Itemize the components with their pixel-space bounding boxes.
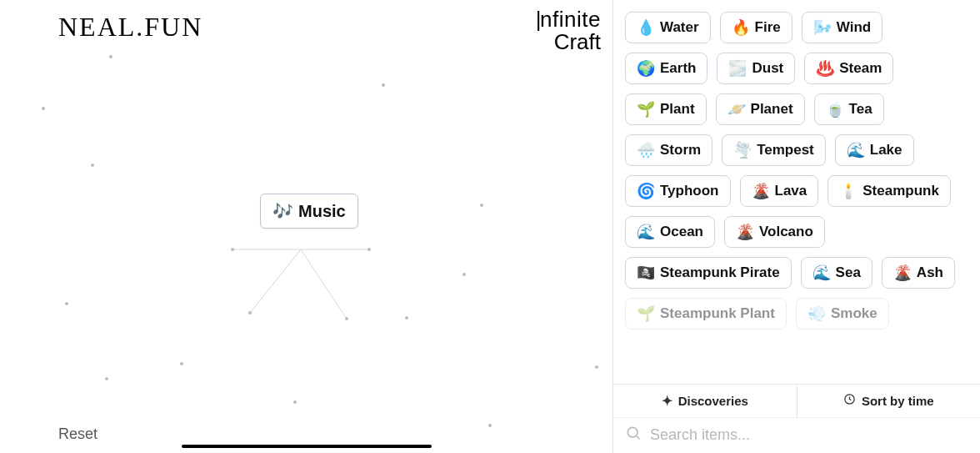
discoveries-button[interactable]: ✦ Discoveries (613, 385, 797, 417)
item-label: Ocean (660, 224, 703, 240)
inventory-item[interactable]: 🌍Earth (625, 53, 708, 84)
sort-button[interactable]: Sort by time (797, 385, 981, 417)
discoveries-label: Discoveries (678, 394, 748, 408)
search-icon (625, 425, 642, 445)
item-label: Dust (752, 60, 783, 77)
item-label: Tea (849, 101, 872, 118)
inventory-item[interactable]: 🏴‍☠️Steampunk Pirate (625, 257, 792, 289)
inventory-item[interactable]: 🌊Ocean (625, 216, 715, 248)
inventory-item[interactable]: 🔥Fire (720, 12, 792, 43)
item-label: Storm (660, 142, 701, 159)
background-dot (382, 83, 385, 87)
inventory-item[interactable]: 🌱Steampunk Plant (625, 298, 787, 330)
sidebar-tools: ✦ Discoveries Sort by time (613, 384, 980, 417)
item-label: Steampunk Plant (660, 305, 775, 322)
item-label: Sea (836, 264, 861, 281)
item-icon: 🌫️ (728, 59, 747, 78)
item-icon: 🌱 (637, 305, 655, 323)
item-label: Fire (755, 19, 781, 36)
inventory-item[interactable]: 🍵Tea (814, 93, 884, 125)
item-label: Earth (660, 60, 696, 77)
inventory-item[interactable]: 🌫️Dust (717, 53, 795, 84)
item-icon: 🌊 (812, 264, 831, 282)
sort-label: Sort by time (862, 394, 934, 408)
background-dot (368, 248, 371, 251)
game-title-line1: nfinite (536, 8, 601, 31)
inventory-item[interactable]: 🕯️Steampunk (828, 175, 951, 207)
item-icon: 🪐 (728, 100, 746, 118)
item-label: Lava (775, 183, 808, 199)
item-icon: 🌍 (637, 59, 655, 78)
reset-button[interactable]: Reset (58, 425, 98, 443)
background-dot (405, 316, 408, 320)
item-icon: 🌊 (637, 223, 655, 241)
inventory-item[interactable]: 🌱Plant (625, 93, 707, 125)
item-label: Volcano (759, 224, 813, 240)
site-logo[interactable]: NEAL.FUN (58, 12, 202, 43)
inventory-item[interactable]: 🌬️Wind (802, 12, 882, 43)
inventory-item[interactable]: 🌀Typhoon (625, 175, 731, 207)
background-dot (462, 273, 466, 276)
canvas-element-label: Music (298, 202, 346, 221)
svg-line-5 (637, 436, 640, 440)
item-label: Steampunk (862, 183, 939, 199)
item-icon: 🌧️ (637, 141, 655, 159)
inventory-item[interactable]: 🌧️Storm (625, 134, 712, 166)
inventory-item[interactable]: 💧Water (625, 12, 711, 43)
item-icon: 🍵 (826, 100, 844, 118)
sparkle-icon: ✦ (662, 393, 672, 409)
inventory-list: 💧Water🔥Fire🌬️Wind🌍Earth🌫️Dust♨️Steam🌱Pla… (625, 12, 970, 330)
item-icon: 💨 (808, 305, 826, 323)
inventory-item[interactable]: 🌋Lava (740, 175, 819, 207)
item-icon: 🏴‍☠️ (637, 264, 655, 282)
background-dot (42, 107, 45, 110)
inventory-sidebar: 💧Water🔥Fire🌬️Wind🌍Earth🌫️Dust♨️Steam🌱Pla… (612, 0, 980, 453)
background-dot (65, 302, 68, 305)
inventory-item[interactable]: ♨️Steam (804, 53, 893, 84)
inventory-item[interactable]: 💨Smoke (796, 298, 889, 330)
inventory-item[interactable]: 🌋Ash (882, 257, 955, 289)
background-dot (231, 248, 234, 251)
game-title: nfinite Craft (536, 8, 601, 54)
item-label: Steampunk Pirate (660, 264, 780, 281)
item-icon: 🌋 (752, 182, 770, 200)
inventory-item[interactable]: 🌋Volcano (724, 216, 825, 248)
item-label: Plant (660, 101, 695, 118)
item-icon: 🌋 (893, 264, 912, 282)
item-icon: 🔥 (732, 18, 750, 37)
item-label: Typhoon (660, 183, 719, 199)
craft-canvas[interactable]: NEAL.FUN nfinite Craft 🎶 Music Reset (0, 0, 612, 453)
item-label: Wind (837, 19, 871, 36)
background-dot (248, 311, 252, 315)
clock-icon (843, 393, 856, 409)
music-note-icon: 🎶 (272, 201, 293, 221)
item-icon: 🕯️ (839, 182, 858, 200)
inventory-scroll[interactable]: 💧Water🔥Fire🌬️Wind🌍Earth🌫️Dust♨️Steam🌱Pla… (613, 0, 980, 384)
background-dot (109, 55, 112, 58)
inventory-item[interactable]: 🌪️Tempest (722, 134, 826, 166)
svg-point-4 (628, 427, 638, 437)
app-root: NEAL.FUN nfinite Craft 🎶 Music Reset 💧Wa… (0, 0, 980, 453)
item-label: Ash (917, 264, 943, 281)
canvas-element-music[interactable]: 🎶 Music (260, 194, 358, 229)
search-bar (613, 417, 980, 453)
item-label: Steam (839, 60, 882, 77)
item-icon: 🌬️ (813, 18, 832, 37)
background-dot (345, 317, 348, 320)
item-icon: 💧 (637, 18, 655, 37)
item-icon: 🌱 (637, 100, 655, 118)
svg-line-2 (301, 249, 347, 319)
item-icon: ♨️ (816, 59, 834, 78)
background-dot (91, 164, 94, 167)
inventory-item[interactable]: 🌊Lake (835, 134, 914, 166)
svg-line-1 (250, 249, 301, 313)
item-icon: 🌊 (847, 141, 865, 159)
item-label: Smoke (831, 305, 878, 322)
scroll-fade (613, 344, 980, 384)
search-input[interactable] (650, 426, 968, 444)
inventory-item[interactable]: 🪐Planet (716, 93, 805, 125)
item-label: Tempest (757, 142, 814, 159)
background-dot (180, 362, 183, 365)
inventory-item[interactable]: 🌊Sea (801, 257, 872, 289)
game-title-line2: Craft (536, 31, 601, 53)
